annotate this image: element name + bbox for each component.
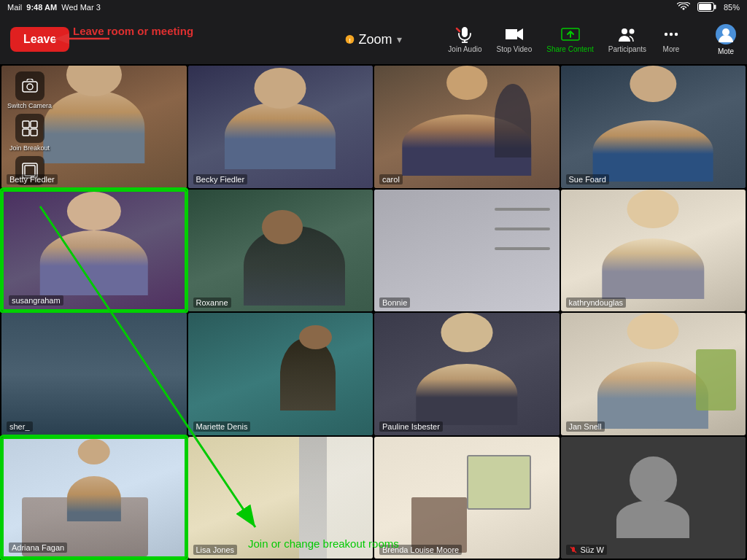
svg-point-14	[675, 33, 678, 36]
name-sher: sher_	[9, 422, 30, 431]
status-bar: Mail 9:48 AM Wed Mar 3 85%	[0, 0, 747, 15]
join-audio-icon	[454, 26, 475, 43]
battery-icon	[697, 2, 716, 13]
tile-label-sue-foard: Sue Foard	[566, 174, 609, 184]
name-mariette-denis: Mariette Denis	[196, 422, 248, 431]
wifi-icon	[677, 2, 690, 12]
join-audio-button[interactable]: Join Audio	[448, 26, 481, 53]
toolbar: Leave Leave room or meeting ! Zoom ▾	[0, 15, 747, 64]
join-breakout-label: Join Breakout	[9, 144, 50, 152]
tile-label-kathryndouglas: kathryndouglas	[566, 298, 627, 308]
svg-rect-1	[699, 4, 711, 10]
leave-annotation-text: Leave room or meeting	[73, 25, 193, 37]
video-tile-carol: carol	[374, 66, 560, 188]
name-susangraham: susangraham	[12, 296, 61, 305]
switch-camera-icon	[22, 79, 38, 93]
stop-video-label: Stop Video	[497, 45, 533, 53]
video-tile-brenda-moore: Brenda Louise Moore	[374, 437, 560, 559]
tile-label-becky-fiedler: Becky Fiedler	[193, 174, 248, 184]
title-chevron-icon[interactable]: ▾	[397, 34, 402, 45]
status-date: Wed Mar 3	[61, 3, 101, 12]
video-tile-roxanne: Roxanne	[188, 190, 374, 312]
video-tile-becky-fiedler: Becky Fiedler	[188, 66, 374, 188]
video-tile-sue-foard: Sue Foard	[561, 66, 746, 188]
svg-rect-20	[31, 121, 37, 128]
tile-label-jan-snell: Jan Snell	[566, 421, 605, 432]
svg-rect-21	[23, 129, 29, 136]
share-content-button[interactable]: Share Content	[546, 26, 594, 53]
more-label: More	[663, 45, 680, 53]
name-betty-fiedler: Betty Fiedler	[9, 175, 55, 184]
share-content-icon	[560, 26, 581, 43]
tile-label-susangraham: susangraham	[9, 295, 63, 306]
video-tile-mariette-denis: Mariette Denis	[188, 313, 374, 435]
tile-label-carol: carol	[379, 174, 403, 184]
stop-video-button[interactable]: Stop Video	[497, 26, 533, 53]
join-audio-label: Join Audio	[448, 45, 481, 53]
switch-camera-label: Switch Camera	[7, 102, 52, 109]
name-roxanne: Roxanne	[196, 298, 228, 307]
video-grid: Switch Camera Join Breakout	[0, 64, 747, 560]
name-becky-fiedler: Becky Fiedler	[196, 175, 245, 184]
participants-label: Participants	[608, 45, 646, 53]
toolbar-controls: Join Audio Stop Video Share Content	[448, 26, 681, 53]
svg-rect-2	[714, 4, 716, 9]
video-tile-bonnie: Bonnie	[374, 190, 560, 312]
more-icon	[661, 26, 681, 43]
svg-point-12	[665, 33, 667, 36]
battery-percent: 85%	[724, 3, 740, 12]
name-pauline-isbester: Pauline Isbester	[382, 422, 440, 431]
video-tile-susangraham: susangraham	[1, 190, 187, 312]
svg-rect-22	[31, 129, 37, 136]
meeting-title-group: ! Zoom ▾	[345, 32, 401, 47]
video-tile-betty-fiedler: Switch Camera Join Breakout	[1, 66, 187, 188]
tile-label-pauline-isbester: Pauline Isbester	[379, 421, 443, 432]
join-breakout-button[interactable]	[15, 114, 44, 143]
participants-button[interactable]: Participants	[608, 26, 646, 53]
svg-rect-17	[23, 82, 37, 92]
name-sue-foard: Sue Foard	[569, 175, 606, 184]
tile-label-adriana-fagan: Adriana Fagan	[9, 542, 67, 553]
share-content-label: Share Content	[546, 45, 594, 53]
switch-speaker-label: Switch to Active Speaker	[14, 187, 46, 188]
video-tile-pauline-isbester: Pauline Isbester	[374, 313, 560, 435]
meeting-title-text: Zoom	[358, 32, 392, 47]
name-brenda-moore: Brenda Louise Moore	[382, 545, 459, 554]
tile-label-brenda-moore: Brenda Louise Moore	[379, 545, 462, 555]
overlay-icons: Switch Camera Join Breakout	[7, 71, 52, 188]
status-right: 85%	[677, 2, 740, 13]
mote-icon[interactable]: Mote	[715, 23, 737, 55]
warning-icon: !	[345, 35, 354, 44]
switch-camera-group: Switch Camera	[7, 71, 52, 109]
name-suz-w: Süz W	[581, 545, 604, 554]
tile-label-suz-w: Süz W	[566, 545, 607, 555]
name-kathryndouglas: kathryndouglas	[569, 298, 624, 307]
app-wrapper: Mail 9:48 AM Wed Mar 3 85%	[0, 0, 747, 560]
status-app: Mail	[7, 3, 22, 12]
status-time: 9:48 AM	[26, 3, 57, 12]
name-bonnie: Bonnie	[382, 298, 407, 307]
mote-label: Mote	[718, 47, 734, 55]
video-tile-kathryndouglas: kathryndouglas	[561, 190, 746, 312]
name-jan-snell: Jan Snell	[569, 422, 602, 431]
name-carol: carol	[382, 175, 400, 184]
switch-camera-button[interactable]	[15, 71, 44, 101]
participants-icon	[617, 26, 638, 43]
video-tile-lisa-jones: Lisa Jones	[188, 437, 374, 559]
tile-label-roxanne: Roxanne	[193, 298, 231, 308]
name-lisa-jones: Lisa Jones	[196, 545, 235, 554]
svg-point-16	[722, 28, 729, 36]
tile-label-sher: sher_	[7, 421, 33, 432]
main-content: Leave Leave room or meeting ! Zoom ▾	[0, 15, 747, 560]
video-tile-suz-w: Süz W	[561, 437, 746, 559]
tile-label-betty-fiedler: Betty Fiedler	[7, 174, 58, 184]
join-breakout-group: Join Breakout	[7, 114, 52, 152]
video-tile-sher: sher_	[1, 313, 187, 435]
svg-point-11	[629, 29, 634, 34]
leave-button[interactable]: Leave	[10, 27, 69, 52]
svg-text:!: !	[349, 37, 351, 44]
more-button[interactable]: More	[661, 26, 681, 53]
tile-label-bonnie: Bonnie	[379, 298, 410, 308]
mote-logo-icon	[715, 23, 737, 45]
svg-point-10	[622, 28, 627, 34]
